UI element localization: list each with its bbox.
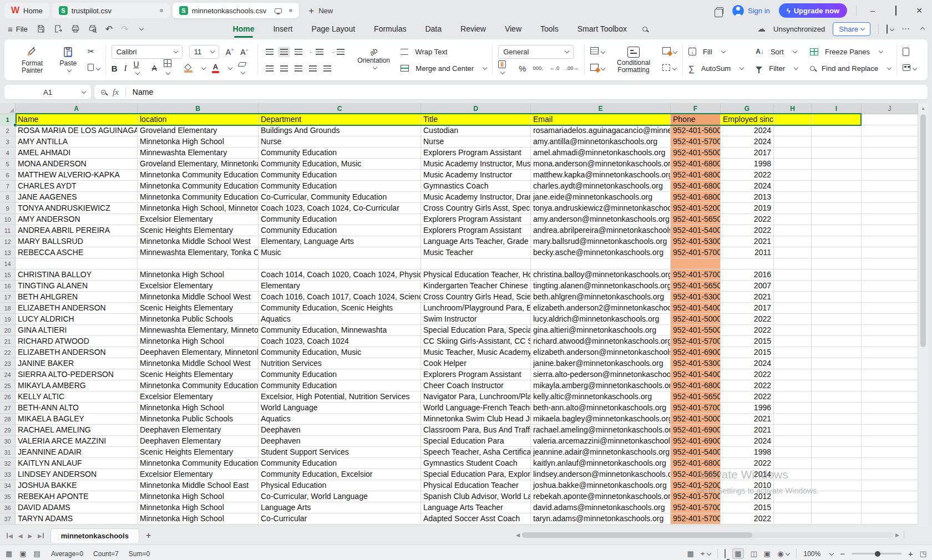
row-header-2[interactable]: 2 — [0, 125, 16, 136]
ribbon-tab-home[interactable]: Home — [232, 22, 256, 36]
cell[interactable]: amy.antilla@minnetonkaschools.org — [531, 136, 671, 147]
cell[interactable] — [774, 225, 812, 236]
cell[interactable]: Co-Curricular — [259, 513, 421, 525]
cell[interactable]: jeannine.adair@minnetonkaschools.org — [531, 447, 671, 458]
conditional-formatting-button[interactable]: Conditional Formatting — [610, 45, 657, 75]
cell[interactable] — [862, 159, 918, 170]
cell[interactable]: Coach 1014, Coach 1020, Coach 1024, Phys… — [259, 269, 421, 281]
row-header-21[interactable]: 21 — [0, 336, 16, 347]
cell[interactable] — [812, 269, 862, 281]
cell[interactable] — [812, 170, 862, 181]
cell[interactable]: MARY BALLSRUD — [16, 236, 138, 247]
cell[interactable]: richard.atwood@minnetonkaschools.org — [531, 336, 671, 347]
cell[interactable]: 952-401-5300 — [671, 358, 721, 369]
cell[interactable]: 952-401-5700 — [671, 136, 721, 147]
cell[interactable] — [862, 447, 918, 458]
cell[interactable]: charles.aydt@minnetonkaschools.org — [531, 181, 671, 192]
page-break-view-button[interactable]: ▣ — [764, 549, 771, 558]
autosum-button[interactable]: ∑ AutoSum — [688, 61, 743, 75]
cell[interactable]: 952-401-6900 — [671, 347, 721, 358]
row-header-35[interactable]: 35 — [0, 491, 16, 502]
cell[interactable]: Explorers Program Assistant — [421, 225, 531, 236]
cell[interactable] — [812, 347, 862, 358]
row-header-20[interactable]: 20 — [0, 325, 16, 336]
cell[interactable]: 2012 — [721, 491, 774, 502]
cell[interactable]: Community Education — [259, 181, 421, 192]
cell[interactable]: joshua.bakke@minnetonkaschools.org — [531, 480, 671, 491]
chevron-down-icon[interactable] — [829, 551, 834, 555]
cell[interactable]: 2021 — [721, 414, 774, 425]
cell[interactable]: 2024 — [721, 358, 774, 369]
cell[interactable]: VALERIA ARCE MAZZINI — [16, 436, 138, 447]
vertical-scroll-thumb[interactable] — [920, 114, 926, 347]
cell[interactable]: JANINE BAKER — [16, 358, 138, 369]
menu-icon[interactable]: ≡ — [8, 24, 13, 34]
cell[interactable] — [774, 425, 812, 436]
cell[interactable] — [862, 403, 918, 414]
cell[interactable]: Cook Helper — [421, 358, 531, 369]
ribbon-tab-data[interactable]: Data — [424, 22, 443, 36]
cell[interactable]: Co-Curricular, Community Education — [259, 192, 421, 203]
cell[interactable] — [721, 258, 774, 269]
paste-button[interactable]: Paste — [54, 45, 82, 75]
cell[interactable] — [774, 303, 812, 314]
cell[interactable]: 2015 — [721, 347, 774, 358]
cell[interactable] — [862, 281, 918, 292]
cell[interactable]: 952-401-6800 — [671, 458, 721, 469]
cell[interactable] — [774, 414, 812, 425]
cell[interactable] — [862, 425, 918, 436]
cell[interactable]: 952-401-5400 — [671, 369, 721, 380]
cell[interactable] — [774, 192, 812, 203]
align-top-button[interactable] — [264, 47, 276, 57]
cell[interactable]: 2024 — [721, 436, 774, 447]
freeze-panes-button[interactable]: Freeze Panes — [810, 44, 891, 59]
cell[interactable]: christina.balloy@minnetonkaschools.org — [531, 269, 671, 281]
last-sheet-button[interactable]: ▶ — [38, 533, 44, 539]
cell[interactable]: 952-401-5650 — [671, 214, 721, 225]
cell[interactable]: MATTHEW ALVERIO-KAPKA — [16, 170, 138, 181]
cell[interactable]: Department — [259, 114, 421, 125]
cell[interactable] — [812, 480, 862, 491]
cell[interactable]: Coach 1016, Coach 1017, Coach 1024, Scie… — [259, 292, 421, 303]
cell[interactable]: Music Academy Instructor, Music T — [421, 159, 531, 170]
decrease-decimal-button[interactable]: .00→ — [566, 65, 579, 71]
cell[interactable]: Deephaven Elementary — [138, 436, 259, 447]
cell[interactable]: becky.asche@minnetonkaschools.org — [531, 247, 671, 258]
merge-center-button[interactable]: Merge and Center — [401, 61, 487, 75]
tab-trustpilot-csv[interactable]: S trustpilot.csv — [52, 3, 170, 18]
cell[interactable]: 2024 — [721, 136, 774, 147]
cell[interactable]: Aquatics — [259, 414, 421, 425]
increase-font-button[interactable]: A+ — [226, 47, 234, 57]
justify-button[interactable] — [307, 63, 319, 74]
ribbon-tab-insert[interactable]: Insert — [272, 22, 293, 36]
cell[interactable] — [812, 436, 862, 447]
cell[interactable]: Minnetonka High School — [138, 403, 259, 414]
cell[interactable]: MIKAYLA AMBERG — [16, 380, 138, 391]
cell[interactable]: 2021 — [721, 292, 774, 303]
cell[interactable] — [774, 480, 812, 491]
number-format-select[interactable]: General — [498, 45, 574, 59]
cell[interactable] — [774, 258, 812, 269]
status-copy-icon[interactable]: ▣ — [19, 549, 26, 558]
filter-button[interactable]: Filter — [756, 61, 798, 75]
cell[interactable]: KELLY ALTIC — [16, 391, 138, 403]
restore-button[interactable] — [889, 6, 903, 15]
cell[interactable] — [421, 258, 531, 269]
cell[interactable]: 2022 — [721, 214, 774, 225]
cell[interactable] — [812, 147, 862, 159]
cell[interactable] — [862, 147, 918, 159]
cell[interactable]: gina.altieri@minnetonkaschools.org — [531, 325, 671, 336]
cell[interactable] — [812, 214, 862, 225]
cell[interactable]: Minnetonka Swim Club Head Junic — [421, 414, 531, 425]
column-header-A[interactable]: A — [16, 103, 138, 114]
print-icon[interactable] — [71, 24, 80, 33]
cell[interactable] — [812, 281, 862, 292]
document-settings-icon[interactable] — [903, 48, 909, 56]
column-header-J[interactable]: J — [862, 103, 918, 114]
cell[interactable] — [862, 347, 918, 358]
cell[interactable] — [812, 303, 862, 314]
cell[interactable] — [812, 425, 862, 436]
cell[interactable] — [774, 502, 812, 513]
cell[interactable]: 952-401-5300 — [671, 236, 721, 247]
zoom-level[interactable]: 100% — [803, 550, 820, 558]
